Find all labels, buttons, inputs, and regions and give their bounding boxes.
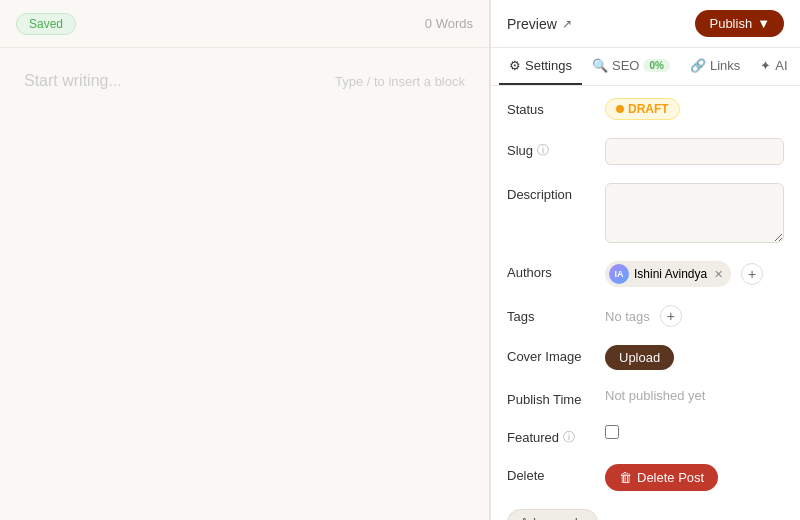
cover-image-label: Cover Image — [507, 345, 597, 364]
links-tab-label: Links — [710, 58, 740, 73]
description-label: Description — [507, 183, 597, 202]
delete-icon: 🗑 — [619, 470, 632, 485]
settings-tab-icon: ⚙ — [509, 58, 521, 73]
slug-input[interactable] — [605, 138, 784, 165]
featured-row: Featured ⓘ — [507, 425, 784, 446]
no-tags-text: No tags — [605, 309, 650, 324]
status-draft-text: DRAFT — [628, 102, 669, 116]
editor-panel: Saved 0 Words Start writing... Type / to… — [0, 0, 490, 520]
preview-label: Preview — [507, 16, 557, 32]
tabs-row: ⚙ Settings 🔍 SEO 0% 🔗 Links ✦ AI — [491, 48, 800, 86]
tab-links[interactable]: 🔗 Links — [680, 48, 750, 85]
tab-seo[interactable]: 🔍 SEO 0% — [582, 48, 680, 85]
slug-value — [605, 138, 784, 165]
links-tab-icon: 🔗 — [690, 58, 706, 73]
publish-time-row: Publish Time Not published yet — [507, 388, 784, 407]
publish-time-value: Not published yet — [605, 388, 784, 403]
advanced-button[interactable]: Advanced › — [507, 509, 598, 520]
ai-tab-icon: ✦ — [760, 58, 771, 73]
status-label: Status — [507, 98, 597, 117]
slug-info-icon[interactable]: ⓘ — [537, 142, 549, 159]
publish-button[interactable]: Publish ▼ — [695, 10, 784, 37]
external-link-icon: ↗ — [562, 17, 572, 31]
tags-value: No tags + — [605, 305, 784, 327]
tags-row: Tags No tags + — [507, 305, 784, 327]
cover-image-row: Cover Image Upload — [507, 345, 784, 370]
status-dot — [616, 105, 624, 113]
authors-label: Authors — [507, 261, 597, 280]
featured-label: Featured ⓘ — [507, 425, 597, 446]
slug-row: Slug ⓘ — [507, 138, 784, 165]
seo-badge: 0% — [643, 59, 669, 72]
featured-info-icon[interactable]: ⓘ — [563, 429, 575, 446]
delete-post-button[interactable]: 🗑 Delete Post — [605, 464, 718, 491]
start-writing-placeholder: Start writing... — [24, 72, 122, 90]
delete-label: Delete — [507, 464, 597, 483]
author-chip: IA Ishini Avindya ✕ — [605, 261, 731, 287]
publish-time-label: Publish Time — [507, 388, 597, 407]
delete-post-label: Delete Post — [637, 470, 704, 485]
author-remove-icon[interactable]: ✕ — [714, 268, 723, 281]
publish-label: Publish — [709, 16, 752, 31]
add-author-button[interactable]: + — [741, 263, 763, 285]
word-count: 0 Words — [425, 16, 473, 31]
authors-value: IA Ishini Avindya ✕ + — [605, 261, 784, 287]
featured-value — [605, 425, 784, 439]
status-value: DRAFT — [605, 98, 784, 120]
description-value — [605, 183, 784, 243]
description-row: Description — [507, 183, 784, 243]
settings-tab-label: Settings — [525, 58, 572, 73]
seo-tab-icon: 🔍 — [592, 58, 608, 73]
status-draft-badge: DRAFT — [605, 98, 680, 120]
publish-dropdown-icon: ▼ — [757, 16, 770, 31]
status-row: Status DRAFT — [507, 98, 784, 120]
tab-ai[interactable]: ✦ AI — [750, 48, 797, 85]
not-published-text: Not published yet — [605, 388, 705, 403]
preview-link[interactable]: Preview ↗ — [507, 16, 572, 32]
cover-image-value: Upload — [605, 345, 784, 370]
featured-checkbox[interactable] — [605, 425, 619, 439]
type-hint: Type / to insert a block — [335, 74, 465, 89]
description-input[interactable] — [605, 183, 784, 243]
add-tag-button[interactable]: + — [660, 305, 682, 327]
advanced-label: Advanced — [520, 515, 578, 520]
author-name: Ishini Avindya — [634, 267, 707, 281]
settings-panel: Preview ↗ Publish ▼ ⚙ Settings 🔍 SEO 0% … — [490, 0, 800, 520]
delete-value: 🗑 Delete Post — [605, 464, 784, 491]
tags-label: Tags — [507, 305, 597, 324]
saved-badge: Saved — [16, 13, 76, 35]
editor-header: Saved 0 Words — [0, 0, 489, 48]
tab-settings[interactable]: ⚙ Settings — [499, 48, 582, 85]
upload-button[interactable]: Upload — [605, 345, 674, 370]
editor-area[interactable]: Start writing... Type / to insert a bloc… — [0, 48, 489, 520]
slug-label: Slug ⓘ — [507, 138, 597, 159]
right-header: Preview ↗ Publish ▼ — [491, 0, 800, 48]
ai-tab-label: AI — [775, 58, 787, 73]
seo-tab-label: SEO — [612, 58, 639, 73]
authors-row: Authors IA Ishini Avindya ✕ + — [507, 261, 784, 287]
author-avatar: IA — [609, 264, 629, 284]
advanced-row: Advanced › — [507, 509, 784, 520]
delete-row: Delete 🗑 Delete Post — [507, 464, 784, 491]
settings-content: Status DRAFT Slug ⓘ — [491, 86, 800, 520]
